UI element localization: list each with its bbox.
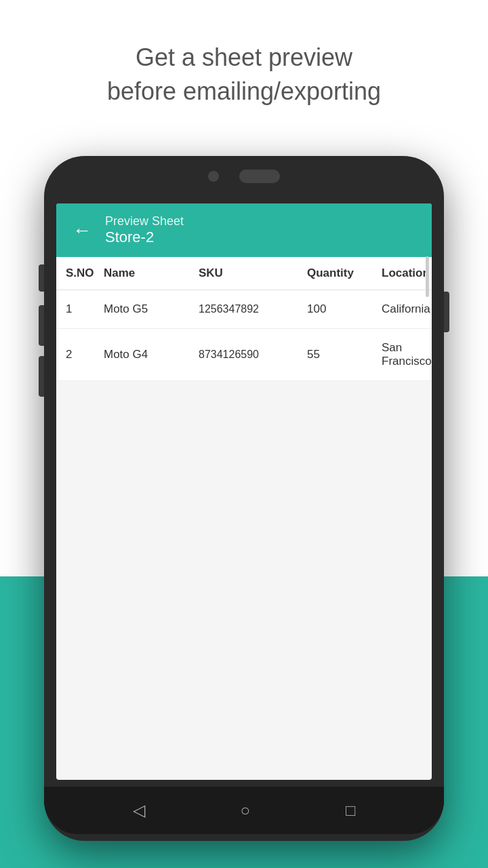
scrollbar[interactable] xyxy=(426,256,429,297)
phone-frame: ← Preview Sheet Store-2 S.NO Name SKU Qu… xyxy=(44,156,444,841)
table-row: 2 Moto G4 8734126590 55 San Francisco xyxy=(56,329,432,381)
cell-name-2: Moto G4 xyxy=(104,348,199,361)
volume-down-button xyxy=(39,356,44,397)
cell-qty-2: 55 xyxy=(307,348,382,361)
cell-location-1: California xyxy=(382,302,432,316)
data-table: S.NO Name SKU Quantity Location 1 Moto G… xyxy=(56,257,432,381)
nav-home-icon[interactable]: ○ xyxy=(241,801,251,820)
toolbar-title: Preview Sheet xyxy=(105,214,184,229)
phone-mockup: ← Preview Sheet Store-2 S.NO Name SKU Qu… xyxy=(44,156,444,841)
header-area: Get a sheet preview before emailing/expo… xyxy=(0,0,488,136)
cell-sku-2: 8734126590 xyxy=(199,349,307,361)
col-header-quantity: Quantity xyxy=(307,267,382,280)
app-toolbar: ← Preview Sheet Store-2 xyxy=(56,203,432,257)
power-button xyxy=(444,292,449,332)
volume-up-button xyxy=(39,305,44,346)
earpiece-speaker xyxy=(239,170,280,183)
col-header-name: Name xyxy=(104,267,199,280)
cell-sno-1: 1 xyxy=(56,302,104,316)
col-header-sku: SKU xyxy=(199,267,307,280)
back-button[interactable]: ← xyxy=(70,217,94,244)
phone-top-sensors xyxy=(44,170,444,183)
toolbar-subtitle: Store-2 xyxy=(105,229,184,246)
phone-screen: ← Preview Sheet Store-2 S.NO Name SKU Qu… xyxy=(56,203,432,780)
cell-sno-2: 2 xyxy=(56,348,104,361)
phone-nav-bar: ◁ ○ □ xyxy=(44,787,444,834)
cell-name-1: Moto G5 xyxy=(104,302,199,316)
table-header-row: S.NO Name SKU Quantity Location xyxy=(56,257,432,290)
cell-qty-1: 100 xyxy=(307,302,382,316)
col-header-location: Location xyxy=(382,267,432,280)
toolbar-text: Preview Sheet Store-2 xyxy=(105,214,184,246)
volume-silent-button xyxy=(39,264,44,292)
cell-location-2: San Francisco xyxy=(382,341,432,368)
header-text: Get a sheet preview before emailing/expo… xyxy=(54,41,434,109)
header-line2: before emailing/exporting xyxy=(107,77,381,105)
header-line1: Get a sheet preview xyxy=(136,43,352,71)
nav-recent-icon[interactable]: □ xyxy=(346,801,356,820)
table-row: 1 Moto G5 1256347892 100 California xyxy=(56,290,432,329)
col-header-sno: S.NO xyxy=(56,267,104,280)
nav-back-icon[interactable]: ◁ xyxy=(133,801,145,820)
front-camera xyxy=(208,171,219,182)
cell-sku-1: 1256347892 xyxy=(199,303,307,315)
